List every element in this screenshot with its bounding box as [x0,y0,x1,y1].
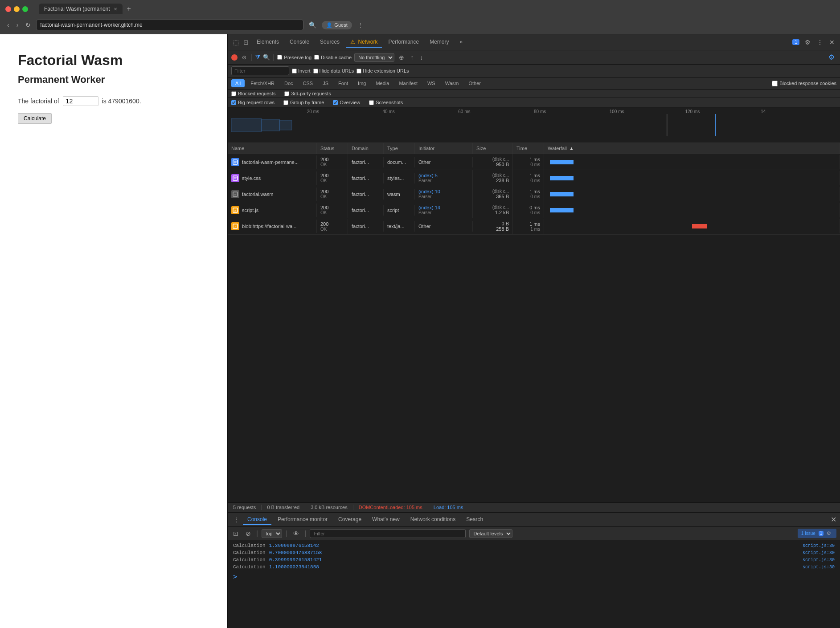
big-rows-checkbox[interactable] [231,100,236,105]
th-time[interactable]: Time [513,143,544,154]
console-levels-select[interactable]: Default levels [469,529,512,538]
type-btn-doc[interactable]: Doc [280,79,297,87]
hide-data-urls-checkbox[interactable] [313,69,318,73]
console-context-select[interactable]: top [262,529,282,538]
import-icon[interactable]: ↑ [409,53,415,62]
type-btn-fetch[interactable]: Fetch/XHR [246,79,279,87]
minimize-button[interactable] [14,6,20,12]
issue-settings-icon[interactable]: ⚙ [825,530,833,537]
screenshots-checkbox[interactable] [369,100,374,105]
type-btn-all[interactable]: All [231,79,245,87]
blocked-cookies-checkbox[interactable] [772,81,778,86]
console-sidebar-icon[interactable]: ⊡ [231,529,240,538]
refresh-button[interactable]: ↻ [24,20,33,29]
forward-button[interactable]: › [15,20,20,29]
blocked-requests-label[interactable]: Blocked requests [231,91,275,96]
clear-button[interactable]: ⊘ [240,53,248,61]
type-btn-css[interactable]: CSS [299,79,317,87]
table-row[interactable]: JS script.js 200 OK factori... script (i… [228,202,840,218]
console-prompt[interactable]: > [228,571,840,583]
online-icon[interactable]: ⊕ [397,53,406,62]
hide-extension-checkbox[interactable] [356,69,361,73]
hide-extension-label[interactable]: Hide extension URLs [356,68,409,73]
back-button[interactable]: ‹ [5,20,11,29]
active-tab[interactable]: Factorial Wasm (permanent ✕ [39,4,123,14]
zoom-button[interactable]: 🔍 [307,20,318,29]
guest-button[interactable]: 👤 Guest [322,21,352,29]
third-party-checkbox[interactable] [284,91,289,96]
tab-performance[interactable]: Performance [384,37,423,48]
th-domain[interactable]: Domain [348,143,384,154]
th-waterfall[interactable]: Waterfall ▲ [544,143,840,154]
invert-checkbox[interactable] [292,69,297,73]
third-party-label[interactable]: 3rd-party requests [284,91,331,96]
hide-data-urls-label[interactable]: Hide data URLs [313,68,354,73]
console-tab-search[interactable]: Search [462,514,488,525]
export-icon[interactable]: ↓ [418,53,425,62]
console-eye-icon[interactable]: 👁 [291,529,301,538]
maximize-button[interactable] [22,6,28,12]
devtools-more-icon[interactable]: ⋮ [815,38,825,47]
disable-cache-checkbox[interactable] [314,55,319,60]
group-by-frame-label[interactable]: Group by frame [283,100,324,105]
settings-icon[interactable]: ⚙ [803,38,812,47]
table-row[interactable]: </> blob:https://factorial-wa... 200 OK … [228,218,840,235]
type-btn-other[interactable]: Other [464,79,485,87]
devtools-close-icon[interactable]: ✕ [828,38,836,47]
calculate-button[interactable]: Calculate [18,113,52,124]
type-btn-js[interactable]: JS [319,79,332,87]
console-menu-icon[interactable]: ⋮ [231,515,241,524]
table-row[interactable]: factorial-wasm-permane... 200 OK factori… [228,154,840,170]
console-close-icon[interactable]: ✕ [831,515,836,524]
overview-label[interactable]: Overview [333,100,360,105]
tab-close-icon[interactable]: ✕ [114,7,117,12]
console-tab-coverage[interactable]: Coverage [334,514,366,525]
type-btn-font[interactable]: Font [334,79,352,87]
disable-cache-label[interactable]: Disable cache [314,55,352,60]
console-filter-input[interactable] [310,529,466,538]
tab-elements[interactable]: Elements [252,37,283,48]
table-row[interactable]: W factorial.wasm 200 OK factori... wasm … [228,186,840,202]
devtools-screenshot-icon[interactable]: ⬚ [231,38,241,47]
type-btn-ws[interactable]: WS [423,79,439,87]
type-btn-img[interactable]: Img [354,79,370,87]
th-type[interactable]: Type [384,143,415,154]
filter-input[interactable] [231,66,289,75]
tab-sources[interactable]: Sources [316,37,344,48]
console-tab-whats-new[interactable]: What's new [368,514,404,525]
network-settings-icon[interactable]: ⚙ [827,52,836,62]
tab-memory[interactable]: Memory [425,37,453,48]
overview-checkbox[interactable] [333,100,338,105]
type-btn-media[interactable]: Media [372,79,393,87]
new-tab-button[interactable]: + [124,4,134,14]
screenshots-label[interactable]: Screenshots [369,100,403,105]
blocked-requests-checkbox[interactable] [231,91,236,96]
throttle-select[interactable]: No throttling [354,53,394,62]
th-size[interactable]: Size [473,143,513,154]
menu-button[interactable]: ⋮ [356,20,365,29]
console-clear-icon[interactable]: ⊘ [244,529,253,538]
console-tab-console[interactable]: Console [243,514,271,525]
url-input[interactable] [36,20,303,30]
preserve-log-checkbox[interactable] [277,55,282,60]
tab-more[interactable]: » [455,37,467,48]
th-status[interactable]: Status [317,143,348,154]
type-btn-manifest[interactable]: Manifest [395,79,422,87]
invert-label[interactable]: Invert [292,68,311,73]
search-icon[interactable]: 🔍 [263,54,270,61]
group-by-frame-checkbox[interactable] [283,100,288,105]
big-rows-label[interactable]: Big request rows [231,100,275,105]
th-initiator[interactable]: Initiator [415,143,473,154]
issue-badge[interactable]: 1 Issue 1 ⚙ [798,529,836,538]
devtools-responsive-icon[interactable]: ⊡ [242,38,250,47]
console-tab-network-conditions[interactable]: Network conditions [406,514,460,525]
preserve-log-label[interactable]: Preserve log [277,55,311,60]
factorial-input[interactable] [63,96,98,106]
console-tab-perf[interactable]: Performance monitor [273,514,332,525]
tab-console[interactable]: Console [285,37,314,48]
th-name[interactable]: Name [228,143,317,154]
table-row[interactable]: style.css 200 OK factori... styles... (i… [228,170,840,186]
type-btn-wasm[interactable]: Wasm [441,79,463,87]
close-button[interactable] [5,6,11,12]
filter-icon[interactable]: ⧩ [255,54,260,61]
